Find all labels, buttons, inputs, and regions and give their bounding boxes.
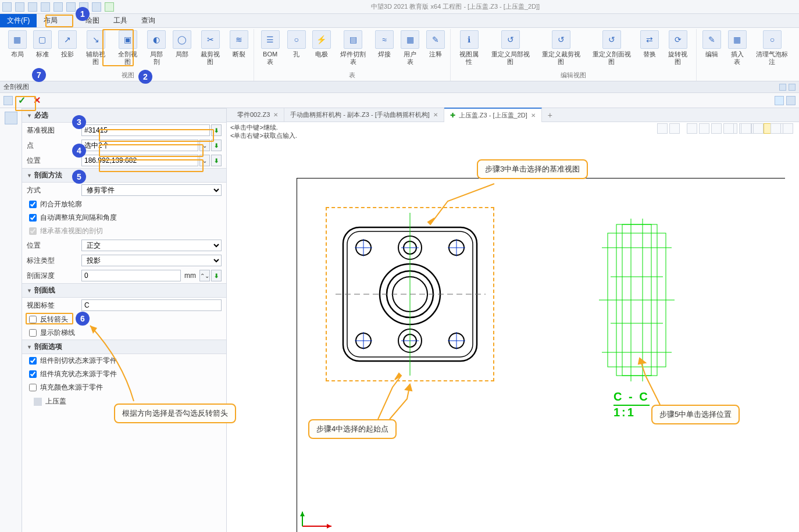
panel-toolbar: ✓ ✕ xyxy=(0,93,799,108)
confirm-button[interactable]: ✓ xyxy=(15,95,28,106)
ctool-icon[interactable] xyxy=(723,123,734,134)
ctool-icon[interactable] xyxy=(669,123,680,134)
btn-redef-local[interactable]: ↺重定义局部视图 xyxy=(485,29,536,67)
dropdown-position[interactable]: ⌄ xyxy=(199,155,210,166)
menu-file[interactable]: 文件(F) xyxy=(0,14,37,27)
drawing-view-main[interactable] xyxy=(334,213,486,376)
play-icon[interactable] xyxy=(105,2,114,12)
label-depth: 剖面深度 xyxy=(27,271,79,281)
btn-break[interactable]: ≋断裂 xyxy=(226,29,251,59)
btn-crop[interactable]: ✂裁剪视图 xyxy=(194,29,226,67)
ribbon-group-editview: ℹ视图属性 ↺重定义局部视图 ↺重定义裁剪视图 ↺重定义剖面视图 ⇄替换 ⟳旋转… xyxy=(451,29,697,81)
btn-note[interactable]: ✎注释 xyxy=(423,29,448,59)
ctool-icon[interactable] xyxy=(771,123,781,134)
dropdown-point[interactable]: ⌄ xyxy=(199,140,210,151)
menu-query[interactable]: 查询 xyxy=(134,14,162,27)
svg-marker-42 xyxy=(300,512,305,516)
tab-2[interactable]: 手动曲柄摇杆机构 - 副本.Z3 - [手动曲柄摇杆机构]✕ xyxy=(284,108,444,122)
btn-cleanballoon[interactable]: ○清理气泡标注 xyxy=(750,29,794,67)
tab-3[interactable]: ✚上压盖.Z3 - [上压盖_2D]✕ xyxy=(444,108,542,122)
btn-inserttable[interactable]: ▦插入表 xyxy=(725,29,750,67)
chk-closeloop[interactable] xyxy=(29,201,37,208)
btn-replace[interactable]: ⇄替换 xyxy=(637,29,662,59)
btn-rotate[interactable]: ⟳旋转视图 xyxy=(662,29,694,67)
panel-tool1-icon[interactable] xyxy=(3,96,13,105)
panel-close-icon[interactable] xyxy=(789,84,796,91)
btn-standard[interactable]: ▢标准 xyxy=(30,29,55,59)
marker-7: 7 xyxy=(32,68,46,82)
section-line[interactable]: 剖面线 xyxy=(22,283,226,298)
svg-marker-40 xyxy=(327,524,331,529)
btn-redef-crop[interactable]: ↺重定义裁剪视图 xyxy=(536,29,586,67)
btn-bom[interactable]: ☰BOM表 xyxy=(256,29,284,67)
chk-opt1[interactable] xyxy=(29,357,37,365)
spin-depth[interactable]: ⌃⌄ xyxy=(199,270,210,281)
chk-autoadjust[interactable] xyxy=(29,214,37,222)
section-method[interactable]: 剖面方法 xyxy=(22,168,226,183)
close-icon[interactable]: ✕ xyxy=(531,112,536,119)
select-mode[interactable]: 修剪零件 xyxy=(81,184,222,196)
input-point[interactable] xyxy=(81,140,198,151)
chk-opt2[interactable] xyxy=(29,370,37,378)
btn-electrode[interactable]: ⚡电极 xyxy=(309,29,334,59)
pick-depth[interactable]: ⬇ xyxy=(211,270,222,281)
chk-opt3[interactable] xyxy=(29,384,37,391)
pick-position[interactable]: ⬇ xyxy=(211,155,222,166)
panel-dock-icon[interactable] xyxy=(779,84,786,91)
select-pos2[interactable]: 正交 xyxy=(81,240,222,251)
ctool-icon[interactable] xyxy=(711,123,722,134)
close-icon[interactable]: ✕ xyxy=(273,112,278,118)
select-dimtype[interactable]: 投影 xyxy=(81,255,222,266)
new-icon[interactable] xyxy=(15,2,24,12)
section-options[interactable]: 剖面选项 xyxy=(22,340,226,354)
cancel-button[interactable]: ✕ xyxy=(30,95,43,106)
btn-usertable[interactable]: ▦用户表 xyxy=(397,29,423,67)
input-tag[interactable] xyxy=(81,299,222,311)
ctool-icon[interactable] xyxy=(741,123,751,134)
btn-auxview[interactable]: ↘辅助视图 xyxy=(80,29,112,67)
menu-layout[interactable]: 布局 xyxy=(37,14,65,27)
btn-hole[interactable]: ○孔 xyxy=(284,29,309,59)
marker-5: 5 xyxy=(72,170,86,184)
tab-new[interactable]: + xyxy=(542,108,558,122)
side-toolbar xyxy=(0,108,22,532)
ctool-icon[interactable] xyxy=(657,123,668,134)
chk-step[interactable] xyxy=(29,329,37,337)
pick-point[interactable]: ⬇ xyxy=(211,140,222,151)
document-tabs: 零件002.Z3✕ 手动曲柄摇杆机构 - 副本.Z3 - [手动曲柄摇杆机构]✕… xyxy=(227,108,799,122)
ctool-icon[interactable] xyxy=(753,123,764,134)
btn-weld[interactable]: ≈焊接 xyxy=(372,29,397,59)
side-icon-1[interactable] xyxy=(5,112,17,124)
input-depth[interactable] xyxy=(81,270,181,281)
btn-weldcut[interactable]: ▤焊件切割表 xyxy=(334,29,372,67)
ctool-icon[interactable] xyxy=(699,123,709,134)
ribbon: ▦布局 ▢标准 ↗投影 ↘辅助视图 ▣全剖视图 ◐局部剖 ◯局部 ✂裁剪视图 ≋… xyxy=(0,28,799,81)
btn-edit[interactable]: ✎编辑 xyxy=(699,29,724,59)
tab-1[interactable]: 零件002.Z3✕ xyxy=(231,108,284,122)
btn-viewprops[interactable]: ℹ视图属性 xyxy=(453,29,485,67)
btn-fullsection[interactable]: ▣全剖视图 xyxy=(112,29,144,67)
undo-icon[interactable] xyxy=(66,2,76,12)
ctool-icon[interactable] xyxy=(687,123,697,134)
btn-local[interactable]: ◯局部 xyxy=(169,29,194,59)
menu-tools[interactable]: 工具 xyxy=(106,14,134,27)
chk-reverse[interactable] xyxy=(29,316,37,323)
btn-projection[interactable]: ↗投影 xyxy=(55,29,80,59)
input-position[interactable] xyxy=(81,155,198,166)
settings-icon[interactable] xyxy=(786,96,796,105)
open-icon[interactable] xyxy=(28,2,37,12)
input-baseview[interactable] xyxy=(81,124,210,136)
btn-localsect[interactable]: ◐局部剖 xyxy=(144,29,169,67)
callout-step4: 步骤4中选择的起始点 xyxy=(308,419,397,439)
info-icon[interactable] xyxy=(775,96,784,105)
pick-baseview[interactable]: ⬇ xyxy=(211,124,222,136)
btn-layout[interactable]: ▦布局 xyxy=(5,29,30,59)
close-icon[interactable]: ✕ xyxy=(433,112,438,118)
refresh-icon[interactable] xyxy=(92,2,101,12)
btn-redef-sect[interactable]: ↺重定义剖面视图 xyxy=(586,29,637,67)
ctool-icon[interactable] xyxy=(783,123,793,134)
section-required[interactable]: 必选 xyxy=(22,108,226,123)
print-icon[interactable] xyxy=(53,2,63,12)
save-icon[interactable] xyxy=(41,2,50,12)
drawing-view-side[interactable] xyxy=(599,219,675,381)
